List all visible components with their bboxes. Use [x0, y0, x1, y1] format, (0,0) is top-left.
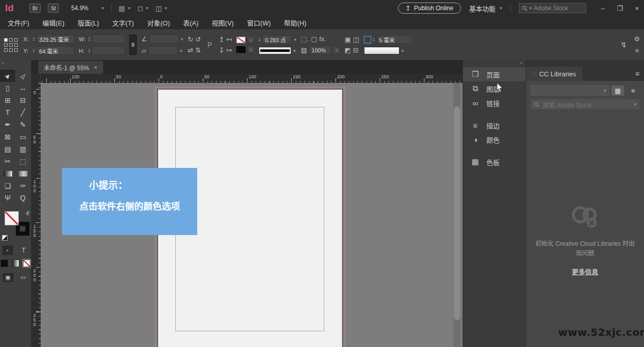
- type-tool[interactable]: T: [0, 106, 15, 119]
- horizontal-ruler[interactable]: 10050050100150200250300: [41, 74, 463, 83]
- corner-options-icon[interactable]: ⬚.: [301, 35, 309, 43]
- tab-cc-libraries[interactable]: ◌ CC Libraries: [526, 67, 582, 81]
- formatting-text-button[interactable]: T: [19, 246, 29, 255]
- adobe-stock-search-input[interactable]: ▾ Adobe Stock: [519, 3, 586, 13]
- swap-fill-stroke-icon[interactable]: ⇄: [24, 210, 31, 217]
- width-field[interactable]: [92, 35, 125, 43]
- text-wrap-bounding-button[interactable]: ◫: [353, 36, 359, 43]
- content-placer-tool[interactable]: ⊟: [15, 94, 30, 106]
- opacity-field[interactable]: 100%: [309, 46, 331, 54]
- menu-item[interactable]: 文字(T): [106, 18, 141, 27]
- close-button[interactable]: ×: [635, 5, 639, 12]
- menu-item[interactable]: 窗口(W): [240, 18, 278, 27]
- dock-item-stroke[interactable]: ≡ 描边: [463, 118, 526, 132]
- stroke-weight-field[interactable]: 0.283 点: [262, 35, 292, 44]
- vertical-scrollbar[interactable]: [453, 83, 461, 347]
- collapse-panel-icon[interactable]: «: [0, 60, 31, 67]
- vertical-ruler[interactable]: 050100150200250: [32, 83, 41, 347]
- quick-apply-icon[interactable]: ↯: [621, 40, 627, 49]
- reference-point-grid[interactable]: [4, 38, 18, 52]
- panel-menu-icon[interactable]: ≡: [635, 70, 644, 78]
- eyedropper-tool[interactable]: ✑: [15, 180, 30, 192]
- text-wrap-none-button[interactable]: ▣: [345, 36, 351, 43]
- fill-proxy-swatch[interactable]: [5, 211, 19, 225]
- swatch-dropdown[interactable]: [364, 47, 400, 54]
- view-options-button[interactable]: ▤ ▾: [119, 5, 131, 12]
- hand-tool[interactable]: Ψ: [0, 192, 15, 204]
- zoom-level-combo[interactable]: 54.9% ▾: [71, 5, 104, 12]
- scissors-tool[interactable]: ✂: [0, 155, 15, 167]
- selection-tool[interactable]: ►: [0, 70, 15, 82]
- close-tab-icon[interactable]: ×: [94, 64, 98, 71]
- rotate-ccw-button[interactable]: ↺: [195, 36, 201, 43]
- rectangle-tool[interactable]: ▭: [15, 131, 30, 143]
- x-stepper[interactable]: ▴▾: [33, 37, 35, 42]
- menu-item[interactable]: 对象(O): [140, 18, 176, 27]
- default-fill-stroke-icon[interactable]: [2, 235, 8, 241]
- document-tab[interactable]: 未命名-1 @ 55% ×: [38, 61, 103, 74]
- menu-item[interactable]: 帮助(H): [278, 18, 313, 27]
- free-transform-tool[interactable]: ⬚: [15, 155, 30, 167]
- menu-item[interactable]: 表(A): [176, 18, 205, 27]
- align-icon-2[interactable]: ↤: [226, 36, 232, 43]
- scrollbar-thumb[interactable]: [454, 106, 460, 320]
- menu-item[interactable]: 版面(L): [71, 18, 106, 27]
- gap-stepper[interactable]: ▴▾: [373, 37, 375, 42]
- normal-view-button[interactable]: ▣: [3, 273, 13, 282]
- chevron-down-icon[interactable]: ▾: [402, 48, 404, 53]
- x-field[interactable]: 329.25 毫米: [37, 35, 74, 43]
- gear-icon[interactable]: ⚙: [634, 35, 640, 43]
- panel-menu-icon[interactable]: ≡: [634, 47, 640, 54]
- gradient-feather-tool[interactable]: [15, 167, 30, 180]
- more-info-link[interactable]: 更多信息: [572, 267, 598, 276]
- y-stepper[interactable]: ▴▾: [33, 48, 35, 53]
- apply-gradient-button[interactable]: [12, 259, 19, 267]
- dock-item-swatches[interactable]: ▦ 色板: [463, 155, 526, 169]
- dock-item-layers[interactable]: ⧉ 图层: [463, 81, 526, 96]
- stroke-color-swatch[interactable]: [236, 46, 246, 53]
- arrange-documents-button[interactable]: ◫ ▾: [156, 5, 167, 12]
- direct-selection-tool[interactable]: ▻: [15, 70, 30, 82]
- page-tool[interactable]: ▯: [0, 82, 15, 94]
- frame-fitting-icon[interactable]: [364, 36, 371, 43]
- apply-color-button[interactable]: [1, 259, 8, 267]
- chevron-down-icon[interactable]: ▾: [180, 48, 182, 53]
- gap-tool[interactable]: ↔: [15, 82, 30, 94]
- rotation-angle-field[interactable]: [149, 35, 179, 43]
- chevron-down-icon[interactable]: ▾: [181, 37, 183, 42]
- horizontal-grid-tool[interactable]: ▤: [0, 143, 15, 155]
- pasteboard[interactable]: 小提示： 点击软件右侧的颜色选项: [41, 83, 463, 347]
- restore-button[interactable]: ❐: [617, 5, 623, 12]
- height-field[interactable]: [92, 46, 125, 55]
- chevron-down-icon[interactable]: ▾: [294, 37, 296, 42]
- vertical-grid-tool[interactable]: ▥: [15, 143, 30, 155]
- menu-item[interactable]: 视图(V): [205, 18, 240, 27]
- note-tool[interactable]: ❏: [0, 180, 15, 192]
- gradient-swatch-tool[interactable]: [0, 167, 15, 180]
- zoom-tool[interactable]: Q: [15, 192, 30, 204]
- fill-color-swatch[interactable]: [236, 37, 246, 43]
- menu-item[interactable]: 编辑(E): [36, 18, 71, 27]
- chevron-down-icon[interactable]: ▾: [293, 48, 296, 53]
- stock-button[interactable]: St: [48, 4, 59, 13]
- content-collector-tool[interactable]: ⊞: [0, 94, 15, 106]
- library-select-dropdown[interactable]: ▾: [531, 85, 609, 96]
- constrain-proportions-icon[interactable]: 8: [129, 35, 137, 55]
- screen-mode-button[interactable]: ◻ ▾: [137, 5, 148, 12]
- rotate-cw-button[interactable]: ↻: [188, 36, 193, 43]
- bridge-button[interactable]: Br: [29, 4, 41, 13]
- opacity-menu-button[interactable]: ›: [333, 47, 340, 53]
- pen-tool[interactable]: ✒: [0, 119, 15, 131]
- text-wrap-jump-button[interactable]: ⊟: [353, 46, 358, 54]
- preview-view-button[interactable]: ▭: [18, 273, 28, 282]
- ruler-origin-corner[interactable]: [32, 74, 41, 83]
- stroke-style-dropdown[interactable]: [259, 47, 291, 54]
- effects-fx-icon[interactable]: fx.: [319, 35, 326, 43]
- minimize-button[interactable]: –: [601, 5, 605, 12]
- w-stepper[interactable]: ▴▾: [88, 37, 90, 42]
- list-view-button[interactable]: ≡: [627, 85, 639, 96]
- workspace-switcher[interactable]: 基本功能 ▾: [469, 4, 502, 13]
- cc-search-input[interactable]: 搜索 Adobe Stock ▾: [531, 99, 639, 109]
- fill-menu-button[interactable]: ›: [248, 37, 254, 43]
- stroke-menu-button[interactable]: ›: [248, 46, 254, 53]
